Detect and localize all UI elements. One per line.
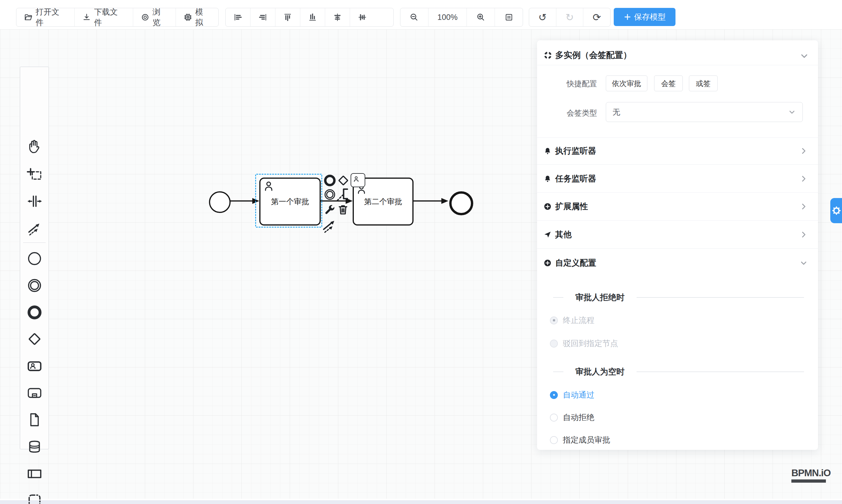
align-left-button[interactable]: [226, 8, 250, 26]
create-intermediate-event[interactable]: [26, 277, 43, 294]
space-tool[interactable]: [26, 193, 43, 210]
create-end-event[interactable]: [26, 304, 43, 321]
hand-tool-icon: [27, 138, 42, 154]
zoom-in-icon: [476, 13, 486, 22]
append-end-event-icon[interactable]: [323, 174, 337, 188]
file-toolbar-group: 打开文件 下载文件 浏览 模拟: [16, 8, 218, 26]
lasso-tool-icon: [27, 166, 42, 182]
section-task-listener[interactable]: 任务监听器: [537, 165, 818, 193]
start-event-node[interactable]: [209, 191, 231, 213]
connection-tool-icon: [27, 220, 42, 236]
append-gateway-icon[interactable]: [337, 174, 350, 188]
reject-section-title: 审批人拒绝时: [537, 291, 818, 303]
open-file-button[interactable]: 打开文件: [16, 8, 74, 26]
undo-icon: ↺: [539, 12, 547, 23]
chevron-down-icon: [799, 258, 808, 267]
chevron-down-icon[interactable]: [799, 51, 809, 61]
zoom-out-button[interactable]: [400, 8, 428, 26]
bottom-scrollbar[interactable]: [0, 500, 842, 504]
space-tool-icon: [27, 193, 42, 209]
hand-tool[interactable]: [26, 138, 43, 155]
plus-icon: [624, 13, 631, 21]
create-participant[interactable]: [26, 465, 43, 482]
bpmn-palette: [20, 67, 49, 449]
undo-button[interactable]: ↺: [529, 8, 556, 26]
radio-terminate-process: 终止流程: [550, 314, 594, 327]
section-label: 自定义配置: [555, 257, 799, 269]
align-top-icon: [283, 13, 292, 22]
panel-title: 多实例（会签配置）: [555, 50, 632, 61]
align-top-button[interactable]: [275, 8, 300, 26]
save-model-button[interactable]: 保存模型: [614, 8, 676, 26]
zoom-in-button[interactable]: [467, 8, 495, 26]
sign-type-select[interactable]: 无: [606, 102, 803, 122]
chevron-right-icon: [799, 147, 808, 155]
section-label: 执行监听器: [555, 145, 799, 157]
participant-icon: [27, 466, 42, 482]
panel-toggle-gear-button[interactable]: [830, 198, 842, 223]
section-extended-properties[interactable]: 扩展属性: [537, 193, 818, 220]
send-icon: [543, 231, 552, 239]
properties-panel: 多实例（会签配置） 快捷配置 依次审批 会签 或签 会签类型 无 执行监听器 任…: [537, 40, 818, 450]
trash-icon[interactable]: [337, 203, 349, 217]
fit-viewport-button[interactable]: [495, 8, 523, 26]
section-custom-config[interactable]: 自定义配置: [537, 249, 818, 277]
zoom-out-icon: [409, 13, 419, 22]
redo-button[interactable]: ↻: [556, 8, 583, 26]
align-right-button[interactable]: [250, 8, 275, 26]
intermediate-event-icon: [27, 277, 42, 293]
save-label: 保存模型: [634, 12, 666, 22]
quick-option-countersign[interactable]: 会签: [654, 75, 683, 91]
radio-auto-pass[interactable]: 自动通过: [550, 389, 594, 401]
create-data-object[interactable]: [26, 411, 43, 428]
user-task-icon: [27, 358, 42, 374]
align-bottom-button[interactable]: [300, 8, 325, 26]
create-start-event[interactable]: [26, 250, 43, 267]
align-center-vertical-button[interactable]: [350, 8, 374, 26]
radio-auto-reject[interactable]: 自动拒绝: [550, 411, 594, 424]
radio-label: 自动通过: [563, 390, 594, 400]
radio-assign-member[interactable]: 指定成员审批: [550, 433, 610, 446]
align-center-horizontal-button[interactable]: [325, 8, 350, 26]
refresh-button[interactable]: ⟳: [583, 8, 610, 26]
text-annotation-icon[interactable]: [336, 187, 351, 203]
create-gateway[interactable]: [26, 330, 43, 347]
watermark-text: BPMN.iO: [791, 467, 830, 479]
quick-option-orsign[interactable]: 或签: [689, 75, 718, 91]
fit-viewport-icon: [504, 13, 514, 22]
simulate-button[interactable]: 模拟: [176, 8, 218, 26]
section-other[interactable]: 其他: [537, 220, 818, 249]
connect-tool-icon[interactable]: [321, 217, 338, 235]
quick-option-sequential[interactable]: 依次审批: [606, 75, 647, 91]
chip-label: 或签: [696, 79, 711, 88]
radio-label: 自动拒绝: [563, 412, 594, 423]
refresh-icon: ⟳: [593, 12, 601, 23]
data-store-icon: [27, 439, 42, 454]
bpmn-io-watermark[interactable]: BPMN.iO: [791, 467, 830, 483]
preview-button[interactable]: 浏览: [133, 8, 176, 26]
create-user-task[interactable]: [26, 357, 43, 374]
create-subprocess[interactable]: [26, 384, 43, 401]
lasso-tool[interactable]: [26, 166, 43, 183]
wrench-icon[interactable]: [323, 203, 336, 217]
select-value: 无: [613, 107, 788, 117]
radio-return-to-node: 驳回到指定节点: [550, 337, 618, 350]
radio-icon: [550, 436, 558, 444]
start-event-icon: [27, 251, 42, 267]
section-execution-listener[interactable]: 执行监听器: [537, 138, 818, 165]
download-file-button[interactable]: 下载文件: [74, 8, 133, 26]
radio-icon: [550, 414, 558, 421]
connection-tool[interactable]: [26, 220, 43, 237]
button-label: 打开文件: [36, 7, 67, 28]
create-data-store[interactable]: [26, 438, 43, 455]
append-intermediate-event-icon[interactable]: [323, 188, 337, 202]
group-icon: [27, 492, 42, 504]
panel-header[interactable]: 多实例（会签配置）: [543, 47, 632, 64]
radio-icon: [550, 340, 558, 347]
create-group[interactable]: [26, 492, 43, 504]
end-event-node[interactable]: [449, 191, 473, 215]
chevron-right-icon: [799, 202, 808, 211]
zoom-level: 100%: [428, 8, 467, 26]
multi-instance-icon: [543, 51, 552, 60]
append-user-task-icon[interactable]: [351, 173, 365, 187]
